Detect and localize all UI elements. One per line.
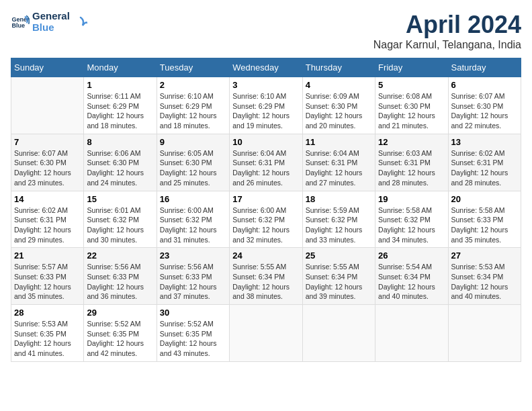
month-title: April 2024: [373, 11, 521, 39]
day-detail: Sunrise: 5:52 AMSunset: 6:35 PMDaylight:…: [87, 319, 153, 359]
calendar-cell: 19Sunrise: 5:58 AMSunset: 6:32 PMDayligh…: [375, 191, 448, 248]
day-detail: Sunrise: 5:58 AMSunset: 6:33 PMDaylight:…: [451, 205, 518, 245]
day-number: 1: [87, 80, 153, 90]
day-number: 15: [87, 194, 153, 204]
day-number: 27: [451, 250, 518, 261]
calendar-cell: 9Sunrise: 6:05 AMSunset: 6:30 PMDaylight…: [157, 134, 229, 191]
calendar-cell: 20Sunrise: 5:58 AMSunset: 6:33 PMDayligh…: [448, 191, 521, 248]
calendar-cell: 24Sunrise: 5:55 AMSunset: 6:34 PMDayligh…: [230, 248, 302, 305]
day-detail: Sunrise: 6:07 AMSunset: 6:30 PMDaylight:…: [451, 91, 518, 131]
calendar-cell: 22Sunrise: 5:56 AMSunset: 6:33 PMDayligh…: [84, 248, 157, 305]
day-detail: Sunrise: 6:00 AMSunset: 6:32 PMDaylight:…: [232, 205, 299, 245]
day-detail: Sunrise: 5:57 AMSunset: 6:33 PMDaylight:…: [14, 262, 81, 302]
weekday-header-row: SundayMondayTuesdayWednesdayThursdayFrid…: [11, 58, 521, 77]
day-number: 23: [160, 250, 226, 261]
calendar-cell: [302, 305, 375, 362]
day-detail: Sunrise: 6:11 AMSunset: 6:29 PMDaylight:…: [87, 91, 153, 131]
day-detail: Sunrise: 5:55 AMSunset: 6:34 PMDaylight:…: [232, 262, 299, 302]
calendar-week-row: 28Sunrise: 5:53 AMSunset: 6:35 PMDayligh…: [11, 305, 521, 362]
calendar-cell: 27Sunrise: 5:53 AMSunset: 6:34 PMDayligh…: [448, 248, 521, 305]
day-detail: Sunrise: 6:06 AMSunset: 6:30 PMDaylight:…: [87, 148, 153, 188]
logo-icon: General Blue: [11, 13, 30, 32]
calendar-cell: 1Sunrise: 6:11 AMSunset: 6:29 PMDaylight…: [84, 77, 157, 134]
day-detail: Sunrise: 6:04 AMSunset: 6:31 PMDaylight:…: [232, 148, 299, 188]
calendar-cell: 26Sunrise: 5:54 AMSunset: 6:34 PMDayligh…: [375, 248, 448, 305]
calendar-week-row: 7Sunrise: 6:07 AMSunset: 6:30 PMDaylight…: [11, 134, 521, 191]
day-number: 13: [451, 137, 518, 147]
weekday-header: Thursday: [302, 58, 375, 77]
day-detail: Sunrise: 6:09 AMSunset: 6:30 PMDaylight:…: [306, 91, 372, 131]
day-detail: Sunrise: 6:05 AMSunset: 6:30 PMDaylight:…: [160, 148, 226, 188]
calendar-cell: 12Sunrise: 6:03 AMSunset: 6:31 PMDayligh…: [375, 134, 448, 191]
day-detail: Sunrise: 6:07 AMSunset: 6:30 PMDaylight:…: [14, 148, 81, 188]
calendar-cell: 14Sunrise: 6:02 AMSunset: 6:31 PMDayligh…: [11, 191, 84, 248]
calendar-cell: 17Sunrise: 6:00 AMSunset: 6:32 PMDayligh…: [230, 191, 302, 248]
calendar-cell: 25Sunrise: 5:55 AMSunset: 6:34 PMDayligh…: [302, 248, 375, 305]
day-number: 12: [378, 137, 445, 147]
day-detail: Sunrise: 6:10 AMSunset: 6:29 PMDaylight:…: [160, 91, 226, 131]
weekday-header: Monday: [84, 58, 157, 77]
calendar-week-row: 14Sunrise: 6:02 AMSunset: 6:31 PMDayligh…: [11, 191, 521, 248]
calendar-cell: [11, 77, 84, 134]
weekday-header: Tuesday: [157, 58, 229, 77]
logo: General Blue General Blue: [11, 11, 87, 33]
day-detail: Sunrise: 6:04 AMSunset: 6:31 PMDaylight:…: [306, 148, 372, 188]
day-number: 14: [14, 194, 81, 204]
calendar-cell: 5Sunrise: 6:08 AMSunset: 6:30 PMDaylight…: [375, 77, 448, 134]
calendar-cell: 15Sunrise: 6:01 AMSunset: 6:32 PMDayligh…: [84, 191, 157, 248]
day-number: 7: [14, 137, 81, 147]
logo-wave-icon: [73, 15, 87, 30]
day-number: 8: [87, 137, 153, 147]
day-number: 9: [160, 137, 226, 147]
day-number: 19: [378, 194, 445, 204]
calendar-cell: 23Sunrise: 5:56 AMSunset: 6:33 PMDayligh…: [157, 248, 229, 305]
calendar-cell: [448, 305, 521, 362]
day-detail: Sunrise: 5:53 AMSunset: 6:34 PMDaylight:…: [451, 262, 518, 302]
calendar-cell: 7Sunrise: 6:07 AMSunset: 6:30 PMDaylight…: [11, 134, 84, 191]
calendar-cell: 11Sunrise: 6:04 AMSunset: 6:31 PMDayligh…: [302, 134, 375, 191]
calendar-cell: 6Sunrise: 6:07 AMSunset: 6:30 PMDaylight…: [448, 77, 521, 134]
day-detail: Sunrise: 6:02 AMSunset: 6:31 PMDaylight:…: [14, 205, 81, 245]
page-header: General Blue General Blue April 2024 Nag…: [11, 11, 521, 51]
day-detail: Sunrise: 6:01 AMSunset: 6:32 PMDaylight:…: [87, 205, 153, 245]
calendar-table: SundayMondayTuesdayWednesdayThursdayFrid…: [11, 58, 521, 362]
day-number: 20: [451, 194, 518, 204]
calendar-cell: 18Sunrise: 5:59 AMSunset: 6:32 PMDayligh…: [302, 191, 375, 248]
day-number: 22: [87, 250, 153, 261]
day-detail: Sunrise: 5:55 AMSunset: 6:34 PMDaylight:…: [306, 262, 372, 302]
day-number: 6: [451, 80, 518, 90]
calendar-cell: 4Sunrise: 6:09 AMSunset: 6:30 PMDaylight…: [302, 77, 375, 134]
day-number: 17: [232, 194, 299, 204]
calendar-week-row: 1Sunrise: 6:11 AMSunset: 6:29 PMDaylight…: [11, 77, 521, 134]
calendar-cell: 10Sunrise: 6:04 AMSunset: 6:31 PMDayligh…: [230, 134, 302, 191]
day-detail: Sunrise: 6:00 AMSunset: 6:32 PMDaylight:…: [160, 205, 226, 245]
day-number: 24: [232, 250, 299, 261]
day-number: 21: [14, 250, 81, 261]
day-number: 25: [306, 250, 372, 261]
day-number: 26: [378, 250, 445, 261]
weekday-header: Wednesday: [230, 58, 302, 77]
calendar-cell: 28Sunrise: 5:53 AMSunset: 6:35 PMDayligh…: [11, 305, 84, 362]
day-detail: Sunrise: 6:02 AMSunset: 6:31 PMDaylight:…: [451, 148, 518, 188]
calendar-cell: [230, 305, 302, 362]
title-area: April 2024 Nagar Karnul, Telangana, Indi…: [373, 11, 521, 51]
calendar-cell: 13Sunrise: 6:02 AMSunset: 6:31 PMDayligh…: [448, 134, 521, 191]
logo-general: General: [32, 11, 70, 22]
svg-text:Blue: Blue: [11, 22, 25, 29]
day-number: 29: [87, 308, 153, 318]
day-detail: Sunrise: 5:56 AMSunset: 6:33 PMDaylight:…: [160, 262, 226, 302]
calendar-cell: 3Sunrise: 6:10 AMSunset: 6:29 PMDaylight…: [230, 77, 302, 134]
day-detail: Sunrise: 5:52 AMSunset: 6:35 PMDaylight:…: [160, 319, 226, 359]
day-number: 18: [306, 194, 372, 204]
calendar-cell: [375, 305, 448, 362]
day-number: 28: [14, 308, 81, 318]
day-detail: Sunrise: 6:03 AMSunset: 6:31 PMDaylight:…: [378, 148, 445, 188]
calendar-cell: 8Sunrise: 6:06 AMSunset: 6:30 PMDaylight…: [84, 134, 157, 191]
weekday-header: Friday: [375, 58, 448, 77]
location-title: Nagar Karnul, Telangana, India: [373, 39, 521, 51]
calendar-cell: 2Sunrise: 6:10 AMSunset: 6:29 PMDaylight…: [157, 77, 229, 134]
day-detail: Sunrise: 5:53 AMSunset: 6:35 PMDaylight:…: [14, 319, 81, 359]
day-detail: Sunrise: 6:08 AMSunset: 6:30 PMDaylight:…: [378, 91, 445, 131]
day-number: 16: [160, 194, 226, 204]
logo-blue: Blue: [32, 22, 70, 34]
